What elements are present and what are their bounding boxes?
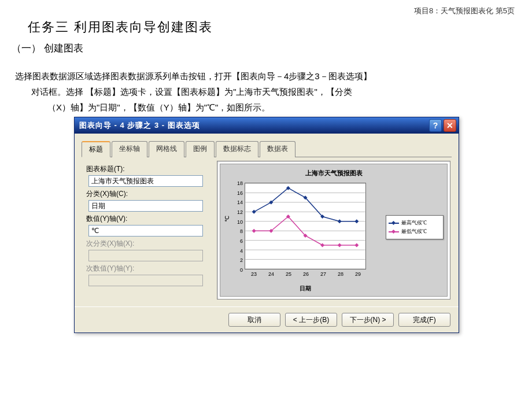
help-button[interactable]: ? [429,119,442,132]
instruction-text: 选择图表数据源区域选择图表数据源系列单击按钮，打开【图表向导－4步骤之3－图表选… [15,68,515,115]
tab-legend[interactable]: 图例 [186,141,215,157]
svg-rect-10 [252,210,256,214]
legend-swatch-low [389,231,399,232]
x-axis-input[interactable] [88,200,203,212]
y-axis-input[interactable] [88,225,203,237]
svg-rect-22 [338,243,342,247]
tab-datalabels[interactable]: 数据标志 [216,141,258,157]
xtick: 25 [286,271,291,277]
chart-preview: 上海市天气预报图表 ℃ 024681012141618 232425262728… [217,161,450,300]
preview-x-label: 日期 [245,285,366,293]
legend-item-high: 最高气候℃ [389,219,441,227]
titlebar[interactable]: 图表向导 - 4 步骤之 3 - 图表选项 ? ✕ [75,117,459,134]
y-axis-label: 数值(Y)轴(V): [86,214,210,224]
xtick: 24 [268,271,274,277]
tab-title[interactable]: 标题 [82,141,110,157]
xtick: 29 [355,271,361,277]
y2-axis-input [88,275,203,286]
x-axis-label: 分类(X)轴(C): [86,189,210,199]
ytick: 18 [237,180,243,186]
ytick: 10 [237,219,243,225]
xtick: 23 [251,271,257,277]
x2-axis-label: 次分类(X)轴(X): [86,239,210,249]
svg-rect-23 [354,243,359,247]
chart-wizard-dialog: 图表向导 - 4 步骤之 3 - 图表选项 ? ✕ 标题 坐标轴 网格线 图例 … [74,117,459,333]
ytick: 8 [240,228,243,234]
ytick: 4 [240,248,243,254]
tab-gridlines[interactable]: 网格线 [149,141,184,157]
legend-item-low: 最低气候℃ [389,228,441,235]
dialog-title: 图表向导 - 4 步骤之 3 - 图表选项 [79,120,427,131]
legend-swatch-high [389,223,399,224]
ytick: 12 [237,209,243,215]
svg-rect-16 [354,219,359,223]
section-title: （一） 创建图表 [12,42,83,55]
ytick: 0 [240,267,243,273]
next-button[interactable]: 下一步(N) > [342,313,394,327]
chart-title-label: 图表标题(T): [86,164,210,174]
ytick: 16 [237,190,243,196]
finish-button[interactable]: 完成(F) [398,313,450,327]
button-row: 取消 < 上一步(B) 下一步(N) > 完成(F) [75,306,459,332]
x2-axis-input [88,250,203,261]
tab-axes[interactable]: 坐标轴 [112,141,147,157]
ytick: 6 [240,238,243,244]
chart-title-input[interactable] [88,175,203,187]
preview-chart-title: 上海市天气预报图表 [220,169,447,178]
xtick: 28 [338,271,343,277]
tab-datatable[interactable]: 数据表 [260,141,295,157]
task-title: 任务三 利用图表向导创建图表 [28,19,213,36]
svg-rect-17 [252,229,256,233]
page-header: 项目8：天气预报图表化 第5页 [414,6,515,16]
xtick: 27 [320,271,326,277]
form-column: 图表标题(T): 分类(X)轴(C): 数值(Y)轴(V): 次分类(X)轴(X… [83,161,210,300]
legend-label-low: 最低气候℃ [401,228,427,235]
plot-area: 024681012141618 23242526272829 [245,183,366,269]
back-button[interactable]: < 上一步(B) [285,313,337,327]
chart-legend: 最高气候℃ 最低气候℃ [386,215,444,239]
svg-rect-15 [338,219,342,223]
ytick: 2 [240,257,243,263]
ytick: 14 [237,200,243,205]
svg-rect-21 [320,243,324,247]
xtick: 26 [303,271,309,277]
tab-strip: 标题 坐标轴 网格线 图例 数据标志 数据表 [82,141,452,157]
close-button[interactable]: ✕ [444,119,456,132]
legend-label-high: 最高气候℃ [401,219,427,227]
preview-y-label: ℃ [224,216,230,222]
cancel-button[interactable]: 取消 [228,313,280,327]
y2-axis-label: 次数值(Y)轴(Y): [86,264,210,274]
chart-svg [245,183,365,269]
